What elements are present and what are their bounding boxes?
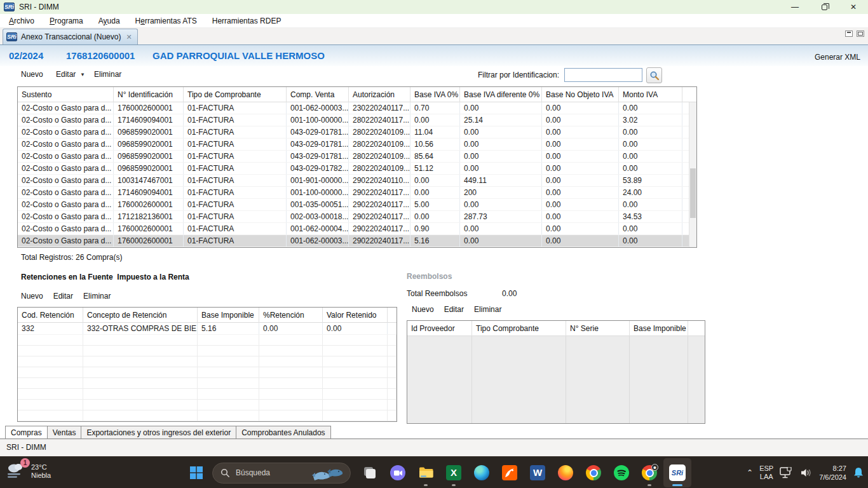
running-indicator: [648, 484, 651, 486]
folder-icon: [418, 465, 433, 480]
menu-archivo[interactable]: Archivo: [1, 14, 42, 28]
retentions-toolbar: Nuevo Editar Eliminar: [21, 292, 111, 301]
word-button[interactable]: W: [524, 458, 552, 487]
notification-bell-icon[interactable]: [853, 466, 864, 479]
cell: 0.00: [460, 139, 542, 150]
start-button[interactable]: [184, 460, 208, 485]
bottom-tab-comprobantes-anulados[interactable]: Comprobantes Anulados: [236, 426, 330, 439]
table-row[interactable]: 02-Costo o Gasto para d...17146090940010…: [18, 114, 689, 126]
column-header[interactable]: Base Imponible: [630, 321, 688, 336]
cell: 25.14: [460, 114, 542, 126]
generate-xml-button[interactable]: Generar XML: [815, 45, 860, 67]
purchases-delete-button[interactable]: Eliminar: [94, 66, 121, 85]
edit-dropdown-icon[interactable]: ▼: [80, 66, 85, 85]
column-header[interactable]: Tipo de Comprobante: [184, 87, 287, 102]
column-header[interactable]: Sustento: [18, 87, 114, 102]
table-row[interactable]: 02-Costo o Gasto para d...17600026000010…: [18, 102, 689, 114]
column-header[interactable]: Valor Retenido: [323, 308, 388, 323]
table-row[interactable]: 02-Costo o Gasto para d...09685990200010…: [18, 163, 689, 175]
column-header[interactable]: Base No Objeto IVA: [542, 87, 619, 102]
weather-widget[interactable]: 1 23°C Niebla: [5, 461, 51, 482]
bottom-tab-ventas[interactable]: Ventas: [48, 426, 82, 439]
scrollbar-thumb[interactable]: [690, 168, 696, 218]
empty-row: [18, 410, 397, 421]
task-view-button[interactable]: [356, 458, 384, 487]
table-row[interactable]: 02-Costo o Gasto para d...17600026000010…: [18, 235, 689, 247]
filter-search-button[interactable]: [646, 67, 662, 83]
tab-anexo-transaccional[interactable]: SRi Anexo Transaccional (Nuevo) ✕: [3, 29, 138, 44]
column-header[interactable]: Tipo Comprobante: [472, 321, 566, 336]
table-row[interactable]: 332332-OTRAS COMPRAS DE BIE...5.160.000.…: [18, 323, 397, 335]
retentions-new-button[interactable]: Nuevo: [21, 292, 43, 301]
reimbursements-edit-button[interactable]: Editar: [444, 305, 464, 314]
view-maximize-icon[interactable]: [857, 30, 864, 37]
menu-ayuda[interactable]: Ayuda: [91, 14, 128, 28]
network-icon[interactable]: [780, 467, 794, 478]
edge-button[interactable]: [468, 458, 496, 487]
excel-button[interactable]: X: [440, 458, 468, 487]
view-minimize-icon[interactable]: [845, 30, 853, 37]
column-header[interactable]: %Retención: [259, 308, 323, 323]
column-header[interactable]: Base IVA 0%: [410, 87, 460, 102]
column-header[interactable]: Concepto de Retención: [83, 308, 198, 323]
close-button[interactable]: ✕: [839, 0, 868, 14]
cell: 1712182136001: [114, 211, 184, 222]
purchases-edit-button[interactable]: Editar: [56, 66, 76, 85]
cell: 001-100-00000...: [287, 187, 349, 198]
table-row[interactable]: 02-Costo o Gasto para d...17146090940010…: [18, 187, 689, 199]
column-header[interactable]: N° Identificación: [114, 87, 184, 102]
clock[interactable]: 8:27 7/6/2024: [819, 464, 846, 482]
sri-dimm-button[interactable]: SRi: [663, 458, 691, 487]
bottom-tab-exportaciones-y-otros-ingresos-del-exterior[interactable]: Exportaciones y otros ingresos del exter…: [81, 426, 236, 439]
cell: 85.64: [410, 151, 460, 162]
vertical-scrollbar[interactable]: [689, 102, 696, 247]
cell: 280220240117...: [349, 114, 410, 126]
purchases-new-button[interactable]: Nuevo: [21, 66, 43, 85]
column-header[interactable]: Cod. Retención: [18, 308, 83, 323]
column-header[interactable]: Autorización: [349, 87, 410, 102]
chrome-profile-button[interactable]: ☻: [635, 458, 663, 487]
firefox-button[interactable]: [552, 458, 580, 487]
column-header[interactable]: Id Proveedor: [407, 321, 472, 336]
cell: 280220240109...: [349, 126, 410, 138]
menu-herramientas-ats[interactable]: Herramientas ATS: [128, 14, 205, 28]
menu-herramientas-rdep[interactable]: Herramientas RDEP: [205, 14, 289, 28]
chrome-button[interactable]: [580, 458, 607, 487]
restore-button[interactable]: [810, 0, 839, 14]
table-row[interactable]: 02-Costo o Gasto para d...17600026000010…: [18, 199, 689, 211]
cell: 01-FACTURA: [184, 139, 287, 150]
filter-input[interactable]: [564, 68, 642, 82]
reimbursements-delete-button[interactable]: Eliminar: [474, 305, 501, 314]
retentions-table: Cod. RetenciónConcepto de RetenciónBase …: [17, 307, 397, 422]
reimbursements-new-button[interactable]: Nuevo: [412, 305, 434, 314]
table-row[interactable]: 02-Costo o Gasto para d...09685990200010…: [18, 139, 689, 151]
table-row[interactable]: 02-Costo o Gasto para d...17121821360010…: [18, 211, 689, 223]
tab-close-icon[interactable]: ✕: [126, 33, 132, 41]
meet-app-button[interactable]: [384, 458, 412, 487]
minimize-button[interactable]: —: [780, 0, 810, 14]
cell: 290220240110...: [349, 175, 410, 186]
column-header[interactable]: N° Serie: [566, 321, 630, 336]
search-box[interactable]: Búsqueda: [212, 463, 351, 484]
cell: 0968599020001: [114, 126, 184, 138]
foxit-pdf-button[interactable]: [496, 458, 524, 487]
table-row[interactable]: 02-Costo o Gasto para d...17600026000010…: [18, 223, 689, 235]
bottom-tab-compras[interactable]: Compras: [5, 426, 48, 439]
spotify-button[interactable]: [607, 458, 635, 487]
table-row[interactable]: 02-Costo o Gasto para d...09685990200010…: [18, 126, 689, 139]
table-row[interactable]: 02-Costo o Gasto para d...10031474670010…: [18, 175, 689, 187]
retentions-delete-button[interactable]: Eliminar: [83, 292, 111, 301]
menu-programa[interactable]: Programa: [42, 14, 91, 28]
tray-overflow-chevron-icon[interactable]: ⌃: [747, 468, 753, 477]
column-header[interactable]: Comp. Venta: [287, 87, 349, 102]
volume-icon[interactable]: [800, 468, 813, 478]
language-indicator[interactable]: ESP LAA: [759, 464, 773, 481]
column-header[interactable]: Base IVA diferente 0%: [460, 87, 542, 102]
retentions-edit-button[interactable]: Editar: [53, 292, 73, 301]
table-row[interactable]: 02-Costo o Gasto para d...09685990200010…: [18, 151, 689, 163]
empty-row: [18, 335, 397, 346]
column-header[interactable]: Base Imponible: [198, 308, 259, 323]
file-explorer-button[interactable]: [412, 458, 440, 487]
cell: 0968599020001: [114, 163, 184, 174]
column-header[interactable]: Monto IVA: [619, 87, 682, 102]
